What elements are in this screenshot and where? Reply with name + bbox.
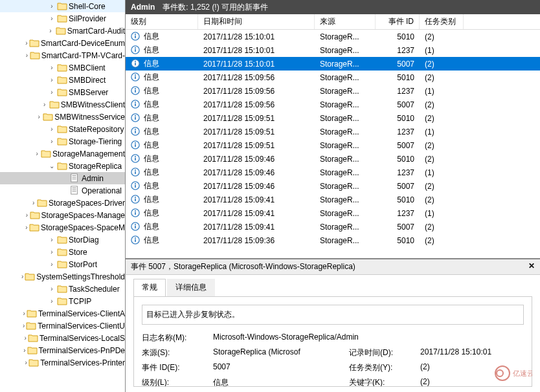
tree-item-storagereplica[interactable]: ⌄StorageReplica [0, 160, 125, 172]
event-level: 信息 [144, 113, 159, 122]
event-row[interactable]: 信息2017/11/28 15:09:46StorageR...5007(2) [126, 179, 540, 193]
event-row[interactable]: 信息2017/11/28 15:09:41StorageR...1237(1) [126, 206, 540, 220]
tree-item-smartcard-audit[interactable]: ›SmartCard-Audit [0, 25, 125, 37]
tree-item-store[interactable]: ›Store [0, 246, 125, 258]
column-headers: 级别 日期和时间 来源 事件 ID 任务类别 [126, 14, 540, 30]
tab-general[interactable]: 常规 [133, 279, 166, 296]
svg-point-12 [135, 47, 136, 49]
expand-icon[interactable]: › [47, 76, 57, 83]
tree-item-stordiag[interactable]: ›StorDiag [0, 234, 125, 246]
tree-item-smartcard-tpm-vcard-[interactable]: ›SmartCard-TPM-VCard- [0, 49, 125, 61]
tree-item-tcpip[interactable]: ›TCPIP [0, 295, 125, 307]
info-icon [131, 127, 141, 137]
tree-item-label: StorageManagement [52, 149, 125, 158]
expand-icon[interactable]: › [35, 113, 43, 120]
event-row[interactable]: 信息2017/11/28 15:10:01StorageR...5010(2) [126, 30, 540, 43]
event-row[interactable]: 信息2017/11/28 15:09:56StorageR...5010(2) [126, 71, 540, 84]
folder-icon [57, 284, 67, 294]
tree-item-terminalservices-locals[interactable]: ›TerminalServices-LocalS [0, 332, 125, 344]
event-row[interactable]: 信息2017/11/28 15:09:41StorageR...5010(2) [126, 193, 540, 206]
svg-rect-4 [71, 186, 78, 194]
tree-item-systemsettingsthreshold[interactable]: ›SystemSettingsThreshold [0, 270, 125, 283]
svg-rect-43 [135, 185, 136, 188]
expand-icon[interactable]: › [24, 52, 29, 59]
tree-item-staterepository[interactable]: ›StateRepository [0, 123, 125, 135]
event-row[interactable]: 信息2017/11/28 15:09:46StorageR...1237(1) [126, 166, 540, 179]
expand-icon[interactable]: › [47, 261, 57, 268]
expand-icon[interactable]: › [24, 224, 29, 231]
tree-item-smartcard-deviceenum[interactable]: ›SmartCard-DeviceEnum [0, 37, 125, 49]
event-row[interactable]: 信息2017/11/28 15:10:01StorageR...1237(1) [126, 43, 540, 57]
tree-item-operational[interactable]: Operational [0, 184, 125, 197]
expand-icon[interactable]: › [47, 15, 57, 22]
expand-icon[interactable]: › [47, 89, 57, 96]
tree-item-smbclient[interactable]: ›SMBClient [0, 61, 125, 74]
expand-icon[interactable]: › [22, 310, 27, 317]
col-level[interactable]: 级别 [126, 14, 198, 29]
tab-details[interactable]: 详细信息 [167, 279, 215, 296]
tree-item-shell-core[interactable]: ›Shell-Core [0, 0, 125, 12]
event-datetime: 2017/11/28 15:09:51 [198, 140, 315, 151]
expand-icon[interactable]: › [47, 236, 57, 243]
expand-icon[interactable]: › [47, 3, 57, 10]
expand-icon[interactable]: › [30, 199, 37, 206]
expand-icon[interactable]: › [20, 273, 25, 280]
folder-icon [57, 63, 67, 73]
event-row[interactable]: 信息2017/11/28 15:09:51StorageR...5010(2) [126, 111, 540, 125]
tree-item-terminalservices-printer[interactable]: ›TerminalServices-Printer [0, 356, 125, 369]
event-row[interactable]: 信息2017/11/28 15:09:36StorageR...5010(2) [126, 234, 540, 247]
tree-item-storagespaces-driver[interactable]: ›StorageSpaces-Driver [0, 197, 125, 209]
event-row[interactable]: 信息2017/11/28 15:10:01StorageR...5007(2) [126, 57, 540, 71]
tree-item-terminalservices-clienta[interactable]: ›TerminalServices-ClientA [0, 307, 125, 320]
tree-item-storagemanagement[interactable]: ›StorageManagement [0, 147, 125, 160]
expand-icon[interactable]: › [40, 101, 49, 108]
expand-icon[interactable]: › [47, 248, 57, 256]
lbl-source: 来源(S): [142, 347, 213, 358]
col-eventid[interactable]: 事件 ID [376, 14, 420, 29]
tree-item-admin[interactable]: Admin [0, 172, 125, 184]
event-source: StorageR... [315, 194, 376, 206]
tree-item-storagespaces-spacem[interactable]: ›StorageSpaces-SpaceM [0, 221, 125, 234]
expand-icon[interactable]: ⌄ [47, 162, 57, 169]
event-row[interactable]: 信息2017/11/28 15:09:46StorageR...5010(2) [126, 152, 540, 166]
tree-item-terminalservices-pnpde[interactable]: ›TerminalServices-PnPDe [0, 344, 125, 356]
tree-item-silprovider[interactable]: ›SilProvider [0, 12, 125, 25]
col-source[interactable]: 来源 [315, 14, 376, 29]
tree-item-smbserver[interactable]: ›SMBServer [0, 86, 125, 98]
expand-icon[interactable]: › [24, 39, 29, 47]
tree-item-storage-tiering[interactable]: ›Storage-Tiering [0, 135, 125, 147]
event-row[interactable]: 信息2017/11/28 15:09:56StorageR...1237(1) [126, 84, 540, 98]
event-row[interactable]: 信息2017/11/28 15:09:51StorageR...1237(1) [126, 125, 540, 138]
close-icon[interactable]: ✕ [528, 261, 535, 272]
col-taskcat[interactable]: 任务类别 [420, 14, 464, 29]
expand-icon[interactable]: › [24, 212, 29, 219]
expand-icon[interactable]: › [47, 285, 57, 292]
tree-item-smbdirect[interactable]: ›SMBDirect [0, 74, 125, 86]
expand-icon[interactable]: › [47, 125, 57, 133]
tree-item-smbwitnessservice[interactable]: ›SMBWitnessService [0, 111, 125, 123]
expand-icon[interactable]: › [47, 138, 57, 145]
tree-item-label: StorageSpaces-Driver [49, 199, 125, 208]
expand-icon[interactable]: › [47, 64, 57, 71]
event-row[interactable]: 信息2017/11/28 15:09:56StorageR...5007(2) [126, 98, 540, 111]
event-datetime: 2017/11/28 15:09:56 [198, 85, 315, 97]
tree-item-storport[interactable]: ›StorPort [0, 258, 125, 270]
tree-item-smbwitnessclient[interactable]: ›SMBWitnessClient [0, 98, 125, 111]
expand-icon[interactable]: › [33, 150, 40, 157]
expand-icon[interactable]: › [22, 347, 27, 354]
col-datetime[interactable]: 日期和时间 [198, 14, 315, 29]
info-icon [131, 181, 141, 191]
expand-icon[interactable]: › [23, 334, 28, 342]
tree-item-taskscheduler[interactable]: ›TaskScheduler [0, 283, 125, 295]
tree-item-terminalservices-clientu[interactable]: ›TerminalServices-ClientU [0, 320, 125, 332]
event-row[interactable]: 信息2017/11/28 15:09:51StorageR...5007(2) [126, 138, 540, 152]
expand-icon[interactable]: › [47, 298, 57, 305]
event-row[interactable]: 信息2017/11/28 15:09:41StorageR...5007(2) [126, 220, 540, 234]
expand-icon[interactable]: › [45, 27, 56, 34]
expand-icon[interactable]: › [21, 322, 26, 329]
event-rows[interactable]: 信息2017/11/28 15:10:01StorageR...5010(2)信… [126, 30, 540, 258]
expand-icon[interactable]: › [23, 359, 28, 366]
folder-icon [30, 210, 40, 221]
svg-text:亿速云: 亿速云 [512, 369, 532, 377]
tree-item-storagespaces-manage[interactable]: ›StorageSpaces-Manage [0, 209, 125, 221]
